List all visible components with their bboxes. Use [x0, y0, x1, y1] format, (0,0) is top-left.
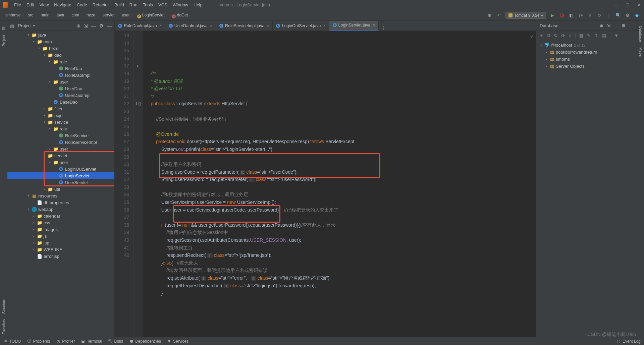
- tree-node-UserDao[interactable]: IUserDao: [7, 85, 114, 92]
- db-copy-icon[interactable]: ⧉: [547, 33, 550, 38]
- tree-node-UserDaoImpl[interactable]: CUserDaoImpl: [7, 92, 114, 99]
- db-hide-icon[interactable]: —: [629, 23, 633, 28]
- db-filter-icon[interactable]: ▼: [614, 33, 619, 38]
- tree-node-role[interactable]: ▾📁role: [7, 125, 114, 132]
- tree-node-com[interactable]: ▾📁com: [7, 38, 114, 45]
- db-console-icon[interactable]: ▤: [602, 33, 606, 38]
- db-schema-bookborrowandreturn[interactable]: ▸▦bookborrowandreturn: [539, 49, 634, 56]
- crumb-com[interactable]: com: [70, 13, 80, 17]
- strip-structure[interactable]: Structure: [2, 299, 6, 314]
- menu-run[interactable]: Run: [127, 2, 140, 7]
- tab-LoginServlet.java[interactable]: CLoginServlet.java×: [329, 21, 379, 31]
- tree-node-images[interactable]: ▸📁images: [7, 226, 114, 233]
- tree-node-user[interactable]: ▸📁user: [7, 146, 114, 152]
- crumb-smbmse[interactable]: smbmse: [4, 13, 22, 17]
- db-up-icon[interactable]: ↥: [594, 33, 598, 38]
- strip-favorites[interactable]: Favorites: [2, 319, 6, 334]
- tree-node-resources[interactable]: ▾▦resources: [7, 192, 114, 199]
- search-icon[interactable]: 🔍: [615, 12, 621, 18]
- database-tree[interactable]: ▾ 🐬 @localhost 2 of 12 ▸▦bookborrowandre…: [536, 40, 637, 71]
- menu-view[interactable]: View: [37, 2, 51, 7]
- tree-node-error.jsp[interactable]: 📄error.jsp: [7, 253, 114, 260]
- debug-icon[interactable]: 🐞: [559, 12, 565, 18]
- tree-node-WEB-INF[interactable]: ▸📁WEB-INF: [7, 246, 114, 253]
- tab-RoleDaoImpl.java[interactable]: CRoleDaoImpl.java×: [115, 21, 165, 31]
- tree-node-jsp[interactable]: ▸📁jsp: [7, 239, 114, 246]
- menu-window[interactable]: Window: [170, 2, 191, 7]
- tree-node-css[interactable]: ▸📁css: [7, 219, 114, 226]
- project-strip-icon[interactable]: ▦: [1, 25, 6, 30]
- tree-node-js[interactable]: ▸📁js: [7, 233, 114, 239]
- menu-tools[interactable]: Tools: [140, 2, 156, 7]
- tree-node-heze[interactable]: ▾📁heze: [7, 45, 114, 52]
- crumb-servlet[interactable]: servlet: [101, 13, 116, 17]
- menu-refactor[interactable]: Refactor: [90, 2, 112, 7]
- crumb-user[interactable]: user: [120, 13, 131, 17]
- gear-icon[interactable]: ⚙: [99, 23, 104, 28]
- menu-help[interactable]: Help: [191, 2, 205, 7]
- ai-icon[interactable]: ◆: [634, 12, 640, 18]
- tree-node-db.properties[interactable]: 📄db.properties: [7, 199, 114, 206]
- close-tab-icon[interactable]: ×: [210, 23, 212, 28]
- inspection-ok-icon[interactable]: ✔: [530, 33, 534, 41]
- strip-project[interactable]: Project: [2, 35, 6, 46]
- crumb-main[interactable]: main: [39, 13, 51, 17]
- project-header[interactable]: Project: [18, 23, 32, 28]
- tool-eventlog[interactable]: ◌Event Log: [616, 339, 641, 344]
- tree-node-util[interactable]: ▸📁util: [7, 186, 114, 192]
- tree-node-filter[interactable]: ▸📁filter: [7, 105, 114, 112]
- tool-services[interactable]: ⚑Services: [167, 339, 189, 344]
- menu-file[interactable]: File: [11, 2, 24, 7]
- add-config-icon[interactable]: ⊕: [487, 12, 493, 18]
- tab-RoleServiceImpl.java[interactable]: CRoleServiceImpl.java×: [216, 21, 273, 31]
- tool-profiler[interactable]: ◷Profiler: [56, 339, 75, 344]
- tree-node-servlet[interactable]: ▾📁servlet: [7, 152, 114, 159]
- tree-node-LoginServlet[interactable]: CLoginServlet: [7, 172, 114, 179]
- tree-node-user[interactable]: ▾📁user: [7, 159, 114, 166]
- db-connection-label[interactable]: @localhost: [550, 43, 572, 48]
- source-code[interactable]: ✔ /** * @author 何泽 * @version 1.0 */ pub…: [143, 31, 536, 337]
- tree-node-RoleDao[interactable]: IRoleDao: [7, 65, 114, 72]
- db-refresh-icon[interactable]: ↻: [554, 33, 558, 38]
- db-schema-Server Objects[interactable]: ▸▦Server Objects: [539, 63, 634, 70]
- db-edit-icon[interactable]: ✎: [587, 33, 591, 38]
- profile-icon[interactable]: ◷: [578, 12, 584, 18]
- crumb-doGet[interactable]: mdoGet: [170, 13, 189, 17]
- maximize-button[interactable]: ☐: [625, 3, 630, 7]
- tab-UserDaoImpl.java[interactable]: CUserDaoImpl.java×: [165, 21, 216, 31]
- coverage-icon[interactable]: ◧: [568, 12, 574, 18]
- db-table-icon[interactable]: ▦: [579, 33, 584, 38]
- git-update-icon[interactable]: ⟳: [596, 12, 602, 18]
- db-schema-smbms[interactable]: ▸▦smbms: [539, 56, 634, 63]
- tree-node-webapp[interactable]: ▾🌐webapp: [7, 206, 114, 213]
- db-locate-icon[interactable]: ⊕: [600, 23, 603, 28]
- tree-node-RoleServiceImpl[interactable]: CRoleServiceImpl: [7, 139, 114, 146]
- db-add-icon[interactable]: ＋: [539, 33, 544, 39]
- tree-node-calendar[interactable]: ▸📁calendar: [7, 213, 114, 219]
- settings-icon[interactable]: ⚙: [625, 12, 631, 18]
- tree-node-service[interactable]: ▾📁service: [7, 119, 114, 125]
- close-tab-icon[interactable]: ×: [267, 23, 269, 28]
- close-button[interactable]: ✕: [637, 3, 641, 7]
- chevron-down-icon[interactable]: ▾: [33, 23, 35, 28]
- tree-node-dao[interactable]: ▾📁dao: [7, 52, 114, 58]
- tab-LoginOutServlet.java[interactable]: CLoginOutServlet.java×: [273, 21, 329, 31]
- tool-terminal[interactable]: ▣Terminal: [81, 339, 102, 344]
- collapse-icon[interactable]: —: [91, 23, 96, 28]
- menu-build[interactable]: Build: [112, 2, 127, 7]
- minimize-button[interactable]: —: [614, 3, 619, 7]
- tool-problems[interactable]: ⓘProblems: [27, 339, 50, 344]
- back-icon[interactable]: ↶: [496, 12, 502, 18]
- tree-node-pojo[interactable]: ▸📁pojo: [7, 112, 114, 119]
- strip-maven[interactable]: Maven: [639, 47, 643, 58]
- tree-node-role[interactable]: ▾📁role: [7, 58, 114, 65]
- close-tab-icon[interactable]: ×: [323, 23, 326, 28]
- code-editor[interactable]: 1314151617181920212223242526272829303132…: [115, 31, 536, 337]
- tool-build[interactable]: 🔨Build: [108, 339, 123, 344]
- close-tab-icon[interactable]: ×: [373, 23, 375, 27]
- hide-icon[interactable]: —: [107, 23, 112, 28]
- crumb-LoginServlet[interactable]: CLoginServlet: [136, 13, 166, 17]
- db-gear-icon[interactable]: ⚙: [622, 23, 626, 28]
- tree-node-user[interactable]: ▾📁user: [7, 78, 114, 85]
- tree-node-BaseDao[interactable]: CBaseDao: [7, 99, 114, 105]
